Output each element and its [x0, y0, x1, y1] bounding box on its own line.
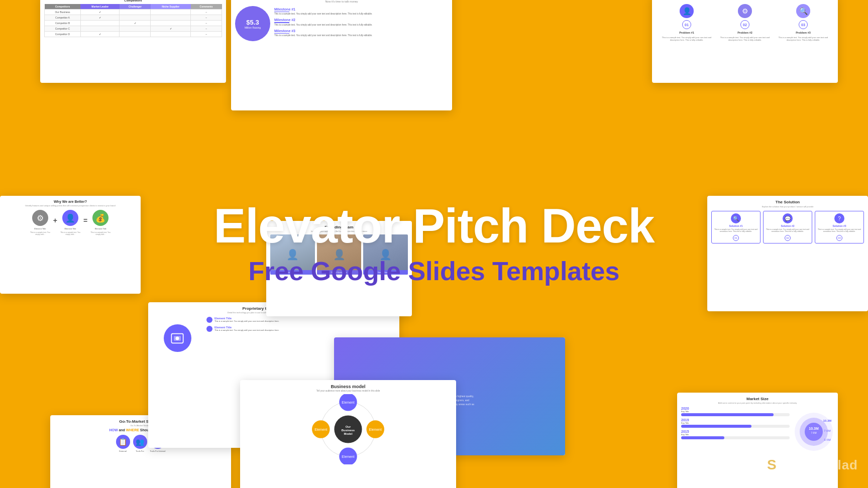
svg-text:Element: Element — [314, 428, 327, 431]
market-title: Market Size — [681, 397, 834, 401]
solution-2: 💬 Solution #2 This is a sample text. You… — [763, 211, 812, 243]
solution-subtitle: Explain the solution that your product /… — [711, 205, 864, 208]
better-icon-1: ⚙ — [32, 210, 48, 226]
market-row-2019: 2019 Key Title — [681, 418, 790, 428]
slide-solution[interactable]: The Solution Explain the solution that y… — [707, 196, 868, 311]
problem-3-icon: 🔍 — [796, 4, 810, 18]
better-title: Why We are Better? — [4, 200, 137, 203]
solution-1: 🔍 Solution #1 This is a sample text. You… — [711, 211, 761, 243]
milestones-subtitle: Now it's time to talk money — [235, 0, 448, 3]
better-icon-3: 💰 — [92, 210, 108, 226]
slide-better[interactable]: Why We are Better? Identify features and… — [0, 196, 141, 294]
problem-1-icon: 👤 — [680, 4, 694, 18]
page-subtitle: Free Google Slides Templates — [213, 256, 654, 287]
solution-3-icon: ? — [834, 213, 844, 223]
market-years: 2020 Key Title 2019 Key Title — [681, 407, 790, 441]
svg-text:Model: Model — [344, 432, 352, 435]
slide-competitors[interactable]: Competitors Competitors Market Leader Ch… — [40, 0, 226, 83]
milestone-2: Milestone #2 This is a sample text. You … — [274, 18, 448, 26]
main-container: Competitors Competitors Market Leader Ch… — [0, 0, 868, 488]
solution-3: ? Solution #3 This is a sample text. You… — [815, 211, 864, 243]
slide-business-model[interactable]: Business model Tell your audience more a… — [240, 380, 456, 488]
market-content: 2020 Key Title 2019 Key Title — [681, 407, 834, 457]
problem-3: 🔍 03 Problem #3 This is a sample text. Y… — [776, 4, 831, 41]
milestones-circle: $5.3 Million Raising — [235, 6, 270, 41]
svg-text:Element: Element — [342, 401, 354, 404]
milestone-3: Milestone #3 This is a sample text. You … — [274, 29, 448, 37]
tech-diagram — [152, 317, 202, 359]
better-subtitle: Identify features and unique selling poi… — [4, 204, 137, 207]
svg-text:10.3M: 10.3M — [809, 427, 819, 430]
tech-item-1: Element Title This is a sample text. You… — [206, 317, 395, 323]
svg-text:Business: Business — [342, 429, 355, 432]
page-title: Elevator Pitch Deck — [213, 201, 654, 252]
svg-text:7.6M: 7.6M — [824, 429, 830, 432]
logo-icon: S — [758, 452, 785, 478]
svg-text:Element: Element — [342, 455, 354, 458]
better-icons: ⚙ Element Title This is a sample text. Y… — [4, 210, 137, 235]
market-subtitle: Add some context to your pain point by i… — [681, 402, 834, 404]
problem-1: 👤 01 Problem #1 This is a sample text. Y… — [659, 4, 714, 41]
logo-text: slidesalad — [790, 457, 858, 473]
comp-title: Competitors — [44, 0, 222, 2]
problem-2-num: 02 — [740, 20, 749, 29]
svg-text:3.5M: 3.5M — [824, 438, 830, 441]
slide-milestones[interactable]: Money, milestones Now it's time to talk … — [231, 0, 452, 110]
milestone-list: Milestone #1 This is a sample text. You … — [274, 8, 448, 40]
goto-icon-1: 📋 External — [116, 435, 130, 452]
problem-2-icon: ⚙ — [738, 4, 752, 18]
milestone-1: Milestone #1 This is a sample text. You … — [274, 8, 448, 16]
biz-diagram: Element Element Element Element Our Busi… — [244, 394, 452, 464]
svg-text:Element: Element — [369, 428, 382, 431]
slidesalad-logo[interactable]: S slidesalad — [758, 452, 858, 478]
market-row-2015: 2015 Key Title — [681, 430, 790, 439]
svg-text:7.6M: 7.6M — [811, 431, 816, 434]
market-row-2020: 2020 Key Title — [681, 407, 790, 416]
solution-2-icon: 💬 — [783, 213, 793, 223]
problem-2: ⚙ 02 Problem #2 This is a sample text. Y… — [717, 4, 773, 41]
tech-main-icon — [164, 324, 191, 352]
slide-problems[interactable]: 👤 01 Problem #1 This is a sample text. Y… — [652, 0, 838, 83]
svg-text:10.3M: 10.3M — [823, 419, 832, 422]
equals-icon: = — [83, 216, 87, 224]
goto-icon-2: 👥 Tools For — [133, 435, 147, 452]
market-chart: 10.3M 7.6M 10.3M 7.6M 3.5M — [794, 407, 834, 457]
plus-icon: + — [53, 216, 57, 224]
solution-title: The Solution — [711, 200, 864, 204]
biz-title: Business model — [244, 384, 452, 389]
svg-point-2 — [176, 336, 179, 340]
better-icon-2: 👤 — [62, 210, 78, 226]
comp-table: Competitors Market Leader Challenger Nic… — [44, 4, 222, 37]
problem-1-num: 01 — [682, 20, 691, 29]
center-text-block: Elevator Pitch Deck Free Google Slides T… — [213, 201, 654, 287]
tech-item-2: Element Title This is a sample text. You… — [206, 326, 395, 332]
solution-1-icon: 🔍 — [731, 213, 741, 223]
tech-items: Element Title This is a sample text. You… — [206, 317, 395, 332]
problem-3-num: 03 — [799, 20, 808, 29]
biz-subtitle: Tell your audience more about your busin… — [244, 390, 452, 392]
svg-text:Our: Our — [346, 425, 351, 428]
solution-columns: 🔍 Solution #1 This is a sample text. You… — [711, 211, 864, 243]
